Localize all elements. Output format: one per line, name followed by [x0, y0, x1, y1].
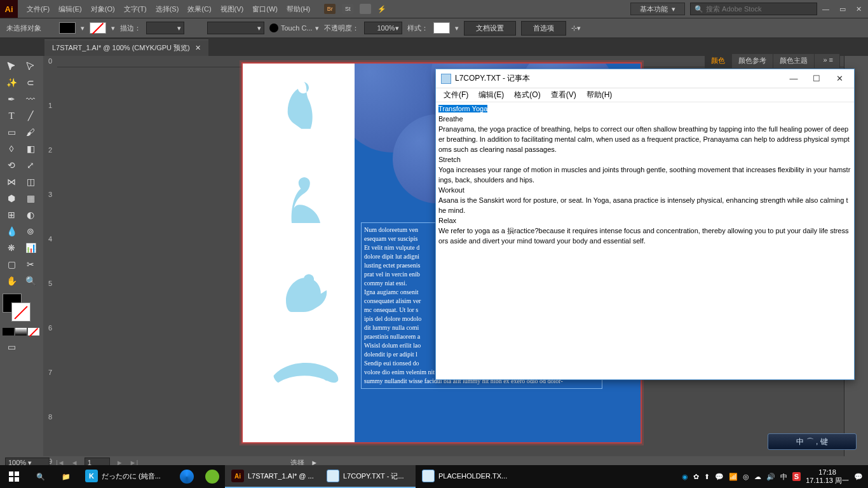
search-icon[interactable]: 🔍	[28, 465, 53, 488]
yoga-pose-3[interactable]	[275, 261, 332, 318]
window-min-icon[interactable]: —	[822, 5, 829, 13]
taskbar-edge[interactable]	[174, 465, 200, 488]
direct-selection-tool[interactable]	[22, 58, 39, 74]
search-stock-input[interactable]: 🔍 搜索 Adobe Stock	[690, 3, 817, 15]
tab-close-icon[interactable]: ✕	[195, 44, 201, 52]
gpu-icon[interactable]: ⚡	[377, 5, 386, 13]
tray-icon[interactable]: ⬆	[704, 473, 710, 481]
slice-tool[interactable]: ✂	[22, 257, 39, 272]
np-menu-help[interactable]: 帮助(H)	[583, 88, 616, 102]
ime-indicator[interactable]: 中 ⌒ , 键	[768, 433, 857, 450]
arrange-icon[interactable]	[360, 4, 371, 14]
yoga-pose-2[interactable]	[275, 172, 332, 229]
tray-ime-icon[interactable]: 中	[780, 472, 787, 482]
stock-icon[interactable]: St	[342, 4, 353, 14]
menu-window[interactable]: 窗口(W)	[248, 2, 281, 17]
explorer-icon[interactable]: 📁	[53, 465, 79, 488]
free-transform-tool[interactable]: ◫	[22, 174, 39, 189]
tray-icon[interactable]: ◉	[682, 473, 688, 481]
menu-file[interactable]: 文件(F)	[23, 2, 53, 17]
workspace-switcher[interactable]: 基本功能 ▾	[630, 3, 685, 15]
notepad-close-icon[interactable]: ✕	[830, 74, 849, 83]
tray-notifications-icon[interactable]: 💬	[854, 473, 863, 481]
shaper-tool[interactable]: ◊	[3, 141, 20, 156]
taskbar-browser[interactable]	[200, 465, 225, 488]
color-mode-none[interactable]	[28, 328, 39, 336]
selection-tool[interactable]	[3, 58, 20, 74]
type-tool[interactable]: T	[3, 108, 20, 123]
perspective-tool[interactable]: ▦	[22, 191, 39, 206]
stroke-color[interactable]	[11, 302, 31, 322]
gradient-tool[interactable]: ◐	[22, 207, 39, 222]
graph-tool[interactable]: 📊	[22, 240, 39, 255]
notepad-window[interactable]: L7COPY.TXT - 记事本 — ☐ ✕ 文件(F) 编辑(E) 格式(O)…	[435, 69, 855, 380]
stroke-weight-dropdown[interactable]: ▾	[146, 22, 184, 34]
prefs-button[interactable]: 首选项	[521, 21, 566, 36]
color-mode-solid[interactable]	[3, 328, 14, 336]
stroke-swatch[interactable]	[90, 22, 106, 34]
tray-sogou-icon[interactable]: S	[792, 472, 801, 481]
rotate-tool[interactable]: ⟲	[3, 158, 20, 173]
width-tool[interactable]: ⋈	[3, 174, 20, 189]
tray-volume-icon[interactable]: 🔊	[766, 473, 775, 481]
np-menu-file[interactable]: 文件(F)	[440, 88, 472, 102]
zoom-tool[interactable]: 🔍	[22, 273, 39, 288]
color-mode-gradient[interactable]	[15, 328, 27, 336]
menu-type[interactable]: 文字(T)	[120, 2, 151, 17]
window-max-icon[interactable]: ▭	[839, 5, 846, 13]
taskbar-clock[interactable]: 17:18 17.11.13 周一	[806, 468, 849, 485]
style-swatch[interactable]	[433, 22, 450, 34]
np-menu-format[interactable]: 格式(O)	[510, 88, 544, 102]
hand-tool[interactable]: ✋	[3, 273, 20, 288]
doc-setup-button[interactable]: 文档设置	[464, 21, 516, 36]
tray-wechat-icon[interactable]: 💬	[715, 473, 724, 481]
tray-onedrive-icon[interactable]: ☁	[754, 473, 761, 481]
screen-mode-icon[interactable]: ▭	[3, 339, 20, 355]
magic-wand-tool[interactable]: ✨	[3, 75, 20, 90]
bridge-icon[interactable]: Br	[324, 4, 336, 14]
line-tool[interactable]: ╱	[22, 108, 39, 123]
taskbar-notepad-2[interactable]: PLACEHOLDER.TX...	[416, 465, 513, 488]
menu-select[interactable]: 选择(S)	[152, 2, 183, 17]
mesh-tool[interactable]: ⊞	[3, 207, 20, 222]
np-menu-view[interactable]: 查看(V)	[547, 88, 580, 102]
start-button[interactable]	[0, 465, 28, 488]
yoga-pose-4[interactable]	[271, 349, 341, 407]
tray-icon[interactable]: ◎	[743, 473, 749, 481]
taskbar-kugou[interactable]: Kだったのに (純音...	[79, 465, 174, 488]
notepad-max-icon[interactable]: ☐	[807, 74, 826, 83]
notepad-min-icon[interactable]: —	[784, 74, 803, 83]
symbol-sprayer-tool[interactable]: ❋	[3, 240, 20, 255]
opacity-dropdown[interactable]: 100% ▾	[364, 22, 402, 34]
fill-swatch[interactable]	[59, 22, 76, 34]
menu-edit[interactable]: 编辑(E)	[55, 2, 86, 17]
tray-icon[interactable]: ✿	[693, 473, 699, 481]
paintbrush-tool[interactable]: 🖌	[22, 125, 39, 140]
tab-color-guide[interactable]: 颜色参考	[732, 54, 773, 68]
artboard-tool[interactable]: ▢	[3, 257, 20, 272]
notepad-textarea[interactable]: Transform Yoga Breathe Pranayama, the yo…	[436, 102, 854, 379]
window-close-icon[interactable]: ✕	[856, 5, 862, 13]
menu-object[interactable]: 对象(O)	[87, 2, 119, 17]
pen-tool[interactable]: ✒	[3, 92, 20, 107]
brush-swatch[interactable]: Touch C... ▾	[269, 24, 319, 32]
menu-help[interactable]: 帮助(H)	[283, 2, 314, 17]
vwp-dropdown[interactable]: ▾	[207, 22, 264, 34]
curvature-tool[interactable]: 〰	[22, 92, 39, 107]
yoga-pose-1[interactable]	[275, 76, 332, 133]
taskbar-notepad-1[interactable]: L7COPY.TXT - 记...	[320, 465, 416, 488]
tray-network-icon[interactable]: 📶	[729, 473, 738, 481]
scale-tool[interactable]: ⤢	[22, 158, 39, 173]
panel-more-icon[interactable]: » ≡	[815, 54, 840, 68]
eyedropper-tool[interactable]: 💧	[3, 224, 20, 239]
tab-color[interactable]: 颜色	[705, 54, 732, 68]
rectangle-tool[interactable]: ▭	[3, 125, 20, 140]
eraser-tool[interactable]: ◧	[22, 141, 39, 156]
blend-tool[interactable]: ⊚	[22, 224, 39, 239]
transform-icon[interactable]: ⊹▾	[571, 24, 581, 32]
menu-view[interactable]: 视图(V)	[217, 2, 248, 17]
tab-color-themes[interactable]: 颜色主题	[773, 54, 815, 68]
menu-effect[interactable]: 效果(C)	[184, 2, 215, 17]
document-tab[interactable]: L7START_1.AI* @ 100% (CMYK/GPU 预览) ✕	[44, 39, 208, 56]
np-menu-edit[interactable]: 编辑(E)	[475, 88, 508, 102]
